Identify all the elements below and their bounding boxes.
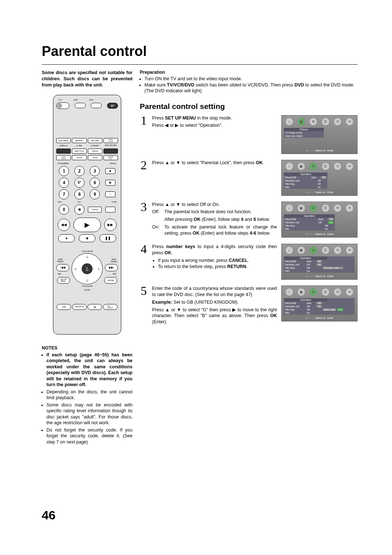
- power-button[interactable]: ⏻/I: [107, 103, 118, 109]
- num-5[interactable]: 5°: [74, 178, 85, 188]
- slow-label: SLOW: [84, 289, 90, 291]
- stop-button[interactable]: ■: [79, 234, 95, 242]
- osd-button[interactable]: OSD: [57, 304, 71, 310]
- step-3-number: 3: [140, 202, 148, 213]
- memory-button[interactable]: MEMORY: [72, 138, 86, 143]
- prep-item-2: Make sure TV/VCR/DVD switch has been sli…: [144, 82, 358, 94]
- screen-step-2: ♪▣⚙☰⟲✦ Operation Pause/StillAutoOff Pare…: [281, 160, 358, 196]
- cancel-button[interactable]: CANCEL: [104, 277, 117, 284]
- remote-vcr-label: VCR: [73, 99, 78, 101]
- skip-next-button[interactable]: ▶▶|: [105, 264, 118, 271]
- repeat-ab-button[interactable]: REPEAT A-B: [103, 155, 118, 160]
- tv-star-label: •TV★: [111, 201, 117, 203]
- num-0[interactable]: 0: [59, 204, 69, 215]
- dpad[interactable]: △ ▽ ◁ ▷ ③ OK: [72, 253, 103, 284]
- skip-prev-button[interactable]: |◀◀: [56, 264, 69, 271]
- step-3-body: Press ▲ or ▼ to select Off or On. Off: T…: [152, 202, 277, 238]
- section-heading: Parental control setting: [140, 102, 358, 111]
- pause-button[interactable]: ❚❚: [99, 234, 116, 242]
- number-label: ② NUMBER: [58, 162, 69, 165]
- zoom-button[interactable]: ZOOM: [72, 155, 86, 160]
- notes-item-4: Do not forget the security code. If you …: [46, 427, 132, 445]
- dvd-menu-button[interactable]: DVD MENU: [56, 138, 71, 143]
- step-4-number: 4: [140, 244, 148, 255]
- num-7[interactable]: 7: [59, 189, 69, 199]
- remote-control-diagram: •TV VCR DVD ⏻/I DVD MENU MEMORY RETURN O…: [53, 95, 121, 335]
- step-5-body: Enter the code of a country/area whose s…: [152, 285, 277, 327]
- remote-dvd-button[interactable]: [91, 103, 102, 108]
- screen-step-3: ♪▣⚙☰⟲✦ Operation Pause/StillAutoOff Pare…: [281, 202, 358, 238]
- screen-icon: ⟲: [334, 118, 342, 126]
- remote-vcr-button[interactable]: [75, 103, 86, 108]
- notes-section: NOTES If each setup (page 46~55) has bee…: [42, 345, 132, 445]
- remote-tv-label: •TV: [58, 99, 62, 101]
- num-6[interactable]: 6: [90, 178, 100, 188]
- ok-button[interactable]: ③ OK: [86, 266, 89, 271]
- page-title: Parental control: [42, 44, 358, 59]
- preparation-heading: Preparation: [140, 70, 358, 75]
- screen-step-4: ♪▣⚙☰⟲✦ Operation Pause/StillAutoOff Pare…: [281, 244, 358, 280]
- skip-right-label: SKIP /INDEX: [111, 258, 117, 263]
- num-1[interactable]: 1: [59, 166, 69, 176]
- play-button[interactable]: ▶: [73, 218, 101, 232]
- prog-label: PROG.: [110, 162, 117, 165]
- arc-top-label: •TV/VCR PR: [81, 250, 93, 252]
- aux-label: AUX: [58, 201, 62, 203]
- num-2[interactable]: 2: [74, 166, 85, 176]
- display-label: DISPLAY: [56, 145, 71, 147]
- creset-label: C.RESET: [88, 145, 102, 147]
- prep-item-1: Turn ON the TV and set to the video inpu…: [144, 76, 358, 82]
- notes-heading: NOTES: [42, 345, 132, 351]
- prog-stop-button[interactable]: ■: [105, 168, 115, 174]
- rewind-button[interactable]: ◀◀: [58, 219, 70, 231]
- input-button[interactable]: ⊕: [74, 204, 85, 215]
- minus-button[interactable]: －: [105, 207, 115, 212]
- num-4[interactable]: 4: [59, 178, 69, 188]
- zero-return-label: ZERO RETURN: [103, 145, 118, 146]
- return-button[interactable]: RETURN: [88, 138, 102, 143]
- play-mode-button[interactable]: PLAY MODE: [56, 155, 71, 160]
- screen-icon: ▣: [297, 118, 305, 126]
- record-button[interactable]: ●: [58, 234, 75, 242]
- skip-search-button[interactable]: SKIP SEARCH: [103, 304, 118, 310]
- screen-step-5: ♪▣⚙☰⟲✦ Operation Pause/StillAutoOff Pare…: [281, 285, 358, 321]
- display-button[interactable]: [56, 149, 71, 154]
- tvvcr-button[interactable]: TV/VCR: [88, 207, 102, 212]
- screen-icon: ⚙: [309, 118, 317, 126]
- atrk-label: A.TRK: [72, 145, 86, 147]
- intro-text: Some discs are specified not suitable fo…: [42, 70, 132, 88]
- arc-bot-label: TV/VCR PR: [82, 285, 92, 287]
- title-button[interactable]: TITLE: [88, 155, 102, 160]
- screen-icon: ✦: [346, 118, 354, 126]
- zero-return-button[interactable]: [103, 149, 118, 154]
- prog-rec-button[interactable]: ◉: [105, 180, 115, 186]
- setup-menu-button[interactable]: SET UP MENU: [57, 277, 70, 284]
- step-4-body: Press number keys to input a 4-digits se…: [152, 244, 277, 270]
- screen-icon: ☰: [322, 118, 330, 126]
- step-2-number: 2: [140, 160, 148, 171]
- num-3[interactable]: 3: [90, 166, 100, 176]
- num-8[interactable]: 8: [74, 189, 85, 199]
- screen-step-1: ♪ ▣ ⚙ ☰ ⟲ ✦ Picture TV Shape 4:3LB Video…: [281, 115, 358, 154]
- screen-icon: ♪: [285, 118, 293, 126]
- page-number: 46: [42, 508, 56, 522]
- fwd-step-button[interactable]: ❙▶: [87, 304, 102, 310]
- num-9[interactable]: 9: [90, 189, 100, 199]
- angle-button[interactable]: ANGLE: [88, 149, 102, 154]
- plus-button[interactable]: ＋: [105, 191, 115, 197]
- tv-dot-label: •TV: [77, 201, 81, 203]
- remote-mode-switch[interactable]: [56, 102, 69, 109]
- step-5-number: 5: [140, 285, 148, 297]
- amonitor-button[interactable]: A.MONITOR: [72, 304, 87, 310]
- open-close-button[interactable]: OPEN/ CLOSE: [103, 138, 118, 143]
- set-minus-label: SET –: [58, 273, 62, 277]
- notes-item-3: Some discs may not be encoded with speci…: [46, 402, 132, 426]
- notes-item-2: Depending on the discs, the unit cannot …: [46, 389, 132, 401]
- fast-forward-button[interactable]: ▶▶: [104, 219, 117, 231]
- skip-left-label: SKIP /INDEX: [57, 258, 64, 263]
- subtitle-button[interactable]: SUB TITLE: [72, 149, 86, 154]
- power-icon: ⏻/I: [111, 104, 115, 107]
- step-1-number: 1: [140, 115, 148, 126]
- set-plus-label: SET +: [113, 273, 117, 277]
- notes-item-1: If each setup (page 46~55) has been comp…: [46, 352, 132, 388]
